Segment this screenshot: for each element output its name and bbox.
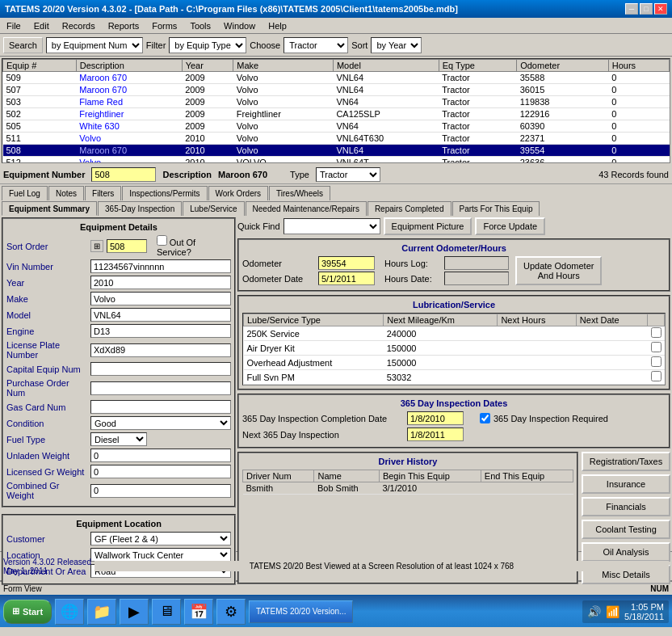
financials-button[interactable]: Financials: [582, 497, 670, 516]
network-icon[interactable]: 📶: [606, 605, 620, 618]
tab-repairs-completed[interactable]: Repairs Completed: [368, 201, 452, 216]
make-input[interactable]: [90, 292, 231, 305]
col-odo[interactable]: Odometer: [517, 60, 609, 72]
col-equip[interactable]: Equip #: [3, 60, 77, 72]
model-input[interactable]: [90, 308, 231, 322]
col-make[interactable]: Make: [233, 60, 334, 72]
quick-find-select[interactable]: [284, 218, 380, 234]
list-item[interactable]: Air Dryer Kit150000: [244, 341, 665, 356]
restore-button[interactable]: □: [640, 3, 653, 15]
tab-filters[interactable]: Filters: [85, 186, 121, 200]
tab-fuel-log[interactable]: Fuel Log: [2, 186, 48, 200]
lub-col-type[interactable]: Lube/Service Type: [244, 314, 384, 326]
table-row[interactable]: 512Volvo2010VOLVOVNL64TTractor236360: [3, 157, 670, 164]
menu-file[interactable]: File: [3, 20, 24, 32]
equip-num-select[interactable]: by Equipment Num: [46, 37, 143, 53]
coolant-testing-button[interactable]: Coolant Testing: [582, 520, 670, 539]
menu-records[interactable]: Records: [59, 20, 99, 32]
search-button[interactable]: Search: [3, 37, 43, 53]
sort-select[interactable]: by Year: [371, 37, 422, 53]
customer-select[interactable]: GF (Fleet 2 & 4): [90, 532, 231, 545]
taskbar-window-item[interactable]: TATEMS 20/20 Version...: [249, 600, 353, 623]
vin-input[interactable]: [90, 259, 231, 273]
list-item[interactable]: 250K Service240000: [244, 326, 665, 341]
tractor-select[interactable]: Tractor: [284, 37, 348, 53]
table-row[interactable]: 502Freightliner2009FreightlinerCA125SLPT…: [3, 108, 670, 120]
year-input[interactable]: [90, 276, 231, 289]
list-item[interactable]: Full Svn PM53032: [244, 370, 665, 385]
equipment-grid[interactable]: Equip # Description Year Make Model Eq T…: [2, 58, 670, 163]
tab-lube-service[interactable]: Lube/Service: [183, 201, 244, 216]
start-button[interactable]: ⊞ Start: [3, 600, 52, 624]
tab-needed-maintenance[interactable]: Needed Maintenance/Repairs: [246, 201, 367, 216]
table-row[interactable]: 503Flame Red2009VolvoVN64Tractor1198380: [3, 96, 670, 108]
licensed-input[interactable]: [90, 465, 231, 478]
lub-checkbox[interactable]: [651, 342, 662, 352]
col-year[interactable]: Year: [182, 60, 233, 72]
tab-inspections[interactable]: Inspections/Permits: [122, 186, 207, 200]
required-checkbox[interactable]: [480, 413, 490, 423]
tab-notes[interactable]: Notes: [48, 186, 84, 200]
lub-col-date[interactable]: Next Date: [576, 314, 647, 326]
registration-button[interactable]: Registration/Taxes: [582, 452, 670, 471]
col-hours[interactable]: Hours: [608, 60, 669, 72]
close-button[interactable]: ✕: [654, 3, 667, 15]
combined-input[interactable]: [90, 484, 231, 498]
lub-checkbox[interactable]: [651, 327, 662, 338]
menu-help[interactable]: Help: [265, 20, 290, 32]
menu-forms[interactable]: Forms: [149, 20, 180, 32]
unladen-input[interactable]: [90, 449, 231, 462]
volume-icon[interactable]: 🔊: [587, 605, 601, 618]
lub-col-hours[interactable]: Next Hours: [498, 314, 576, 326]
taskbar-media-icon[interactable]: ▶: [120, 599, 149, 625]
lub-checkbox[interactable]: [651, 356, 662, 367]
equip-num-input[interactable]: 508: [91, 167, 156, 182]
taskbar-settings-icon[interactable]: ⚙: [216, 599, 246, 625]
table-row[interactable]: 505White 6302009VolvoVN64Tractor603900: [3, 120, 670, 133]
license-input[interactable]: [90, 343, 231, 357]
capital-input[interactable]: [90, 362, 231, 376]
engine-input[interactable]: [90, 324, 231, 338]
taskbar-calendar-icon[interactable]: 📅: [184, 599, 213, 625]
taskbar-ie-icon[interactable]: 🌐: [55, 599, 84, 625]
taskbar-app2-icon[interactable]: 🖥: [152, 599, 181, 625]
equip-type-select[interactable]: by Equip Type: [169, 37, 246, 53]
table-row[interactable]: 509Maroon 6702009VolvoVNL64Tractor355880: [3, 72, 670, 84]
list-item[interactable]: Overhead Adjustment150000: [244, 356, 665, 370]
out-of-service-checkbox[interactable]: [157, 235, 167, 246]
lub-checkbox[interactable]: [651, 371, 662, 381]
sort-order-icon[interactable]: ⊞: [90, 240, 103, 252]
hours-log-input[interactable]: [444, 256, 509, 270]
purchase-input[interactable]: [90, 381, 231, 395]
odo-date-input[interactable]: [318, 272, 375, 285]
table-row[interactable]: Bsmith Bob Smith 3/1/2010: [243, 482, 573, 495]
table-row[interactable]: 511Volvo2010VolvoVNL64T630Tractor223710: [3, 133, 670, 145]
col-model[interactable]: Model: [333, 60, 439, 72]
driver-col-name[interactable]: Name: [314, 470, 379, 482]
odo-input[interactable]: [318, 256, 375, 270]
menu-reports[interactable]: Reports: [105, 20, 143, 32]
window-controls[interactable]: ─ □ ✕: [625, 3, 667, 15]
table-row[interactable]: 507Maroon 6702009VolvoVNL64Tractor360150: [3, 84, 670, 96]
force-update-button[interactable]: Force Update: [475, 217, 545, 235]
sort-order-input[interactable]: [107, 239, 147, 253]
equipment-picture-button[interactable]: Equipment Picture: [384, 217, 472, 235]
insurance-button[interactable]: Insurance: [582, 474, 670, 494]
menu-edit[interactable]: Edit: [31, 20, 52, 32]
taskbar-folder-icon[interactable]: 📁: [87, 599, 116, 625]
table-row[interactable]: 508Maroon 6702010VolvoVNL64Tractor395540: [3, 145, 670, 157]
tab-365-day[interactable]: 365-Day Inspection: [98, 201, 182, 216]
tab-equipment-summary[interactable]: Equipment Summary: [2, 201, 97, 216]
driver-col-begin[interactable]: Begin This Equip: [379, 470, 481, 482]
condition-select[interactable]: GoodFairPoor: [90, 416, 231, 430]
update-odometer-button[interactable]: Update Odometer And Hours: [515, 256, 602, 285]
hours-date-input[interactable]: [444, 272, 509, 285]
oil-analysis-button[interactable]: Oil Analysis: [582, 542, 670, 562]
col-desc[interactable]: Description: [76, 60, 182, 72]
col-type[interactable]: Eq Type: [439, 60, 516, 72]
completion-input[interactable]: [407, 411, 464, 425]
gas-card-input[interactable]: [90, 400, 231, 414]
location-select[interactable]: Wallwork Truck Center: [90, 548, 231, 562]
driver-col-end[interactable]: End This Equip: [481, 470, 573, 482]
type-select[interactable]: Tractor: [316, 167, 380, 182]
